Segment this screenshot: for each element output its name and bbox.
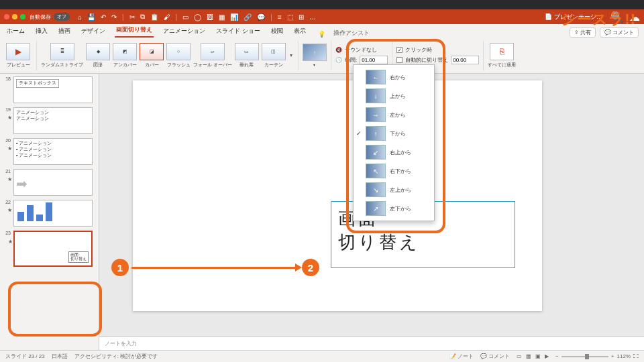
textbox-icon[interactable]: ▭	[182, 13, 189, 21]
fit-icon[interactable]: ⛶	[633, 353, 639, 359]
tab-insert[interactable]: 挿入	[34, 25, 49, 38]
zoom-value[interactable]: 112%	[617, 353, 631, 359]
divider	[36, 41, 37, 70]
redo-icon[interactable]: ↷	[111, 13, 117, 21]
copy-icon[interactable]: ⧉	[140, 13, 145, 21]
zoom-in-icon[interactable]: +	[611, 353, 614, 359]
effect-option-topleft[interactable]: ↘左上から	[354, 180, 434, 199]
tab-slideshow[interactable]: スライド ショー	[215, 25, 262, 38]
comment-icon[interactable]: 💬	[257, 13, 265, 21]
align-icon[interactable]: ≡	[278, 13, 282, 21]
cut-icon[interactable]: ✂	[129, 13, 135, 21]
paste-icon[interactable]: 📋	[150, 13, 158, 21]
effect-option-top[interactable]: ↓上から	[354, 86, 434, 105]
sorter-view-icon[interactable]: ▦	[526, 353, 531, 359]
zoom-control[interactable]: − + 112% ⛶	[555, 353, 639, 359]
effect-option-bottom[interactable]: ✓↑下から	[354, 124, 434, 143]
effect-options-button[interactable]: ↑ ▾	[303, 44, 327, 67]
preview-button[interactable]: ▶ プレビュー	[6, 43, 30, 68]
notes-button[interactable]: 📝 ノート	[449, 353, 474, 360]
undo-icon[interactable]: ↶	[101, 13, 106, 21]
transition-uncover[interactable]: ◩アンカバー	[113, 43, 137, 68]
comments-button[interactable]: 💬 コメント	[480, 353, 510, 360]
window-controls[interactable]	[4, 14, 25, 19]
slideshow-view-icon[interactable]: ▶	[545, 353, 549, 359]
tab-transitions[interactable]: 画面切り替え	[115, 23, 154, 38]
transition-flash[interactable]: ○フラッシュ	[166, 43, 191, 68]
format-painter-icon[interactable]: 🖌	[164, 13, 170, 21]
tab-design[interactable]: デザイン	[80, 25, 107, 38]
normal-view-icon[interactable]: ▭	[517, 353, 522, 359]
transition-star-icon: ★	[7, 207, 12, 214]
group-icon[interactable]: ⊞	[299, 13, 304, 21]
slide-thumb[interactable]: 22 ★	[3, 200, 96, 227]
apply-all-button[interactable]: ⎘ すべてに適用	[488, 43, 516, 68]
duration-input[interactable]	[360, 56, 388, 64]
clock-icon: 🕒	[335, 57, 342, 63]
sound-label[interactable]: サウンドなし	[345, 46, 377, 54]
auto-advance-checkbox[interactable]	[396, 57, 402, 63]
slide-thumbnails-panel[interactable]: 18 テキストボックス 19 ★ アニメーション アニメーション 20 ★ • …	[0, 74, 99, 350]
slide-thumb[interactable]: 18 テキストボックス	[3, 76, 96, 103]
on-click-label: クリック時	[405, 46, 432, 54]
zoom-slider[interactable]	[561, 356, 608, 357]
transition-shapes[interactable]: ◆図形	[86, 43, 110, 68]
slide-thumb[interactable]: 21 ★ ➡	[3, 169, 96, 196]
view-switcher[interactable]: ▭ ▦ ▣ ▶	[517, 353, 549, 359]
effect-option-left[interactable]: →左から	[354, 105, 434, 124]
zoom-out-icon[interactable]: −	[555, 353, 559, 359]
annotation-arrow	[131, 267, 297, 269]
home-icon[interactable]: ⌂	[78, 13, 82, 21]
maximize-icon[interactable]	[20, 14, 25, 19]
gallery-more-icon[interactable]: ▾	[288, 51, 294, 60]
save-icon[interactable]: 💾	[87, 13, 95, 21]
transition-curtain[interactable]: ◫カーテン	[262, 43, 286, 68]
divider	[298, 41, 299, 70]
effect-option-bottomright[interactable]: ↖右下から	[354, 162, 434, 180]
picture-icon[interactable]: 🖼	[207, 13, 213, 21]
table-icon[interactable]: ▦	[219, 13, 225, 21]
divider	[331, 41, 331, 70]
minimize-icon[interactable]	[12, 14, 17, 19]
arrange-icon[interactable]: ⬚	[287, 13, 293, 21]
slide-thumb[interactable]: 19 ★ アニメーション アニメーション	[3, 107, 96, 134]
arrow-icon: ➡	[16, 172, 90, 192]
tell-me-icon[interactable]: 💡	[318, 31, 325, 38]
effect-option-right[interactable]: ←右から	[354, 68, 434, 86]
chart-icon[interactable]: 📊	[230, 13, 238, 21]
transition-fallover[interactable]: ▱フォール オーバー	[193, 43, 232, 68]
auto-advance-input[interactable]	[451, 56, 479, 64]
transition-star-icon: ★	[7, 145, 12, 152]
tab-review[interactable]: 校閲	[270, 25, 284, 38]
more-icon[interactable]: …	[309, 13, 316, 21]
reading-view-icon[interactable]: ▣	[535, 353, 541, 359]
accessibility-status[interactable]: アクセシビリティ: 検討が必要です	[74, 353, 158, 360]
close-icon[interactable]	[4, 14, 9, 19]
shapes-icon[interactable]: ◯	[194, 13, 201, 21]
effect-option-topright[interactable]: ↙右上から	[354, 143, 434, 162]
transition-randomstripes[interactable]: ≣ランダムストライプ	[41, 43, 83, 68]
tell-me[interactable]: 操作アシスト	[333, 29, 370, 38]
link-icon[interactable]: 🔗	[244, 13, 252, 21]
language[interactable]: 日本語	[52, 353, 68, 360]
tab-view[interactable]: 表示	[292, 25, 307, 38]
notes-pane[interactable]: ノートを入力	[99, 337, 644, 350]
slide-thumb[interactable]: 20 ★ • アニメーション • アニメーション • アニメーション	[3, 138, 96, 165]
on-click-checkbox[interactable]: ✓	[396, 47, 402, 53]
sep: |	[122, 13, 124, 21]
transition-drape[interactable]: ▭垂れ幕	[235, 43, 259, 68]
arrow-down-icon: ↓	[366, 88, 386, 103]
annotation-badge-1: 1	[111, 259, 129, 276]
effect-options-menu[interactable]: ←右から ↓上から →左から ✓↑下から ↙右上から ↖右下から ↘左上から ↗…	[353, 64, 435, 221]
tab-animations[interactable]: アニメーション	[162, 25, 207, 38]
tab-draw[interactable]: 描画	[57, 25, 72, 38]
arrow-diag-icon: ↘	[366, 182, 386, 197]
autosave-toggle[interactable]: 自動保存 オフ	[30, 13, 70, 21]
tab-home[interactable]: ホーム	[5, 25, 26, 38]
slide-thumb-selected[interactable]: 23 ★ 画面 切り替え	[3, 231, 96, 267]
quick-access-toolbar[interactable]: ⌂ 💾 ↶ ↷ | ✂ ⧉ 📋 🖌 | ▭ ◯ 🖼 ▦ 📊 🔗 💬 | ≡ ⬚ …	[78, 13, 316, 21]
arrow-diag-icon: ↖	[366, 164, 386, 178]
slide[interactable]: 画面 切り替え	[133, 80, 542, 311]
transition-cover[interactable]: ◪カバー	[140, 43, 164, 68]
effect-option-bottomleft[interactable]: ↗左下から	[354, 199, 434, 218]
